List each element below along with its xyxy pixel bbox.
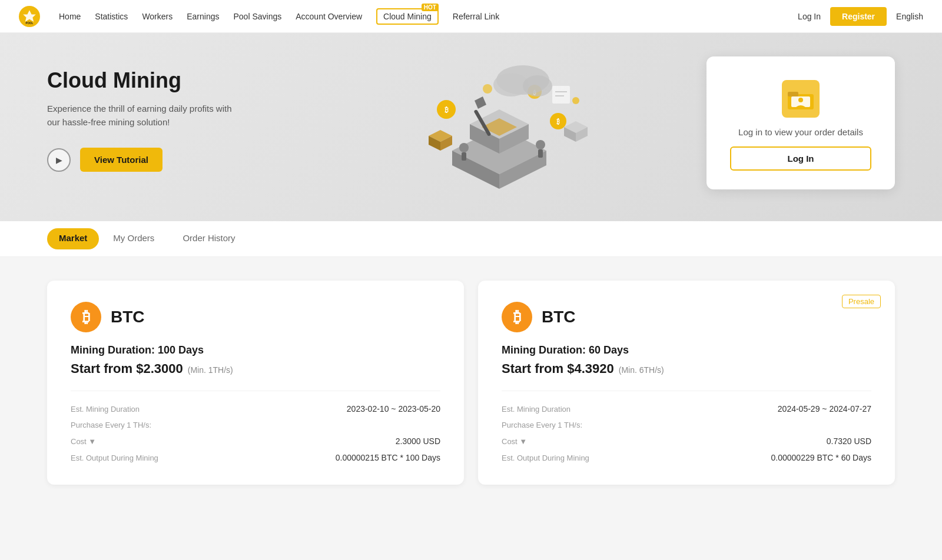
card-2-header: ₿ BTC <box>502 302 871 332</box>
btc-icon-2: ₿ <box>502 302 532 332</box>
svg-rect-22 <box>462 152 466 161</box>
card-2-price-row: Start from $4.3920 (Min. 6TH/s) <box>502 361 871 376</box>
svg-text:₿: ₿ <box>445 106 449 114</box>
detail-value: 0.00000215 BTC * 100 Days <box>336 453 440 462</box>
mining-card-2: Presale ₿ BTC Mining Duration: 60 Days S… <box>478 281 895 485</box>
presale-badge: Presale <box>842 295 881 308</box>
register-button[interactable]: Register <box>830 7 887 26</box>
card-1-header: ₿ BTC <box>71 302 440 332</box>
hero-actions: ▶ View Tutorial <box>47 148 330 172</box>
svg-rect-33 <box>552 86 570 104</box>
detail-label: Purchase Every 1 TH/s: <box>71 421 151 429</box>
navbar: POOL Home Statistics Workers Earnings Po… <box>0 0 942 33</box>
svg-point-20 <box>523 75 552 96</box>
card-1-detail-2: Cost ▼ 2.3000 USD <box>71 433 440 449</box>
detail-label: Est. Mining Duration <box>71 405 140 414</box>
binance-pool-logo: POOL <box>19 6 40 27</box>
card-1-price: Start from $2.3000 <box>71 361 183 376</box>
folder-icon <box>787 87 815 111</box>
hot-badge: HOT <box>422 4 439 11</box>
tabs: Market My Orders Order History <box>47 221 895 256</box>
svg-point-21 <box>459 143 469 152</box>
card-2-detail-2: Cost ▼ 0.7320 USD <box>502 433 871 449</box>
logo[interactable]: POOL <box>19 6 40 27</box>
card-1-duration: Mining Duration: 100 Days <box>71 344 440 356</box>
svg-rect-37 <box>788 92 798 96</box>
detail-label: Est. Mining Duration <box>502 405 570 414</box>
detail-value: 0.7320 USD <box>827 436 871 446</box>
card-1-price-row: Start from $2.3000 (Min. 1TH/s) <box>71 361 440 376</box>
hero-right: Log in to view your order details Log In <box>669 56 895 207</box>
svg-point-32 <box>572 97 579 104</box>
card-login-button[interactable]: Log In <box>730 146 871 171</box>
btc-icon-1: ₿ <box>71 302 101 332</box>
svg-point-31 <box>483 84 492 94</box>
nav-workers[interactable]: Workers <box>142 12 173 21</box>
card-1-detail-3: Est. Output During Mining 0.00000215 BTC… <box>71 449 440 466</box>
card-2-price: Start from $4.3920 <box>502 361 614 376</box>
card-2-detail-1: Purchase Every 1 TH/s: <box>502 417 871 433</box>
cards-section: ₿ BTC Mining Duration: 100 Days Start fr… <box>0 257 942 508</box>
detail-label: Est. Output During Mining <box>71 454 158 462</box>
nav-links: Home Statistics Workers Earnings Pool Sa… <box>59 8 798 25</box>
card-1-details: Est. Mining Duration 2023-02-10 ~ 2023-0… <box>71 391 440 466</box>
order-icon <box>782 80 820 118</box>
tab-order-history[interactable]: Order History <box>168 221 249 256</box>
play-button[interactable]: ▶ <box>47 148 71 172</box>
login-card: Log in to view your order details Log In <box>706 56 895 189</box>
cloud-mining-label: Cloud Mining <box>383 12 432 21</box>
cards-grid: ₿ BTC Mining Duration: 100 Days Start fr… <box>47 281 895 485</box>
svg-marker-11 <box>475 96 486 109</box>
svg-text:POOL: POOL <box>26 21 34 24</box>
mining-illustration: ₿ ₿ ₿ <box>387 56 611 209</box>
svg-point-23 <box>536 140 545 149</box>
nav-earnings[interactable]: Earnings <box>187 12 219 21</box>
card-2-currency: BTC <box>542 308 576 326</box>
hero-title: Cloud Mining <box>47 68 330 93</box>
detail-label-cost[interactable]: Cost ▼ <box>71 437 96 446</box>
hero-illustration-container: ₿ ₿ ₿ <box>330 56 669 209</box>
play-icon: ▶ <box>56 155 62 165</box>
nav-cloud-mining[interactable]: HOT Cloud Mining <box>376 8 439 25</box>
nav-home[interactable]: Home <box>59 12 81 21</box>
detail-value: 0.00000229 BTC * 60 Days <box>771 453 871 462</box>
tab-market[interactable]: Market <box>47 228 99 249</box>
tabs-section: Market My Orders Order History <box>0 221 942 257</box>
mining-card-1: ₿ BTC Mining Duration: 100 Days Start fr… <box>47 281 464 485</box>
card-2-details: Est. Mining Duration 2024-05-29 ~ 2024-0… <box>502 391 871 466</box>
language-selector[interactable]: English <box>896 12 923 21</box>
card-1-currency: BTC <box>111 308 145 326</box>
login-button[interactable]: Log In <box>798 12 821 21</box>
svg-text:₿: ₿ <box>556 118 560 125</box>
detail-label: Purchase Every 1 TH/s: <box>502 421 582 429</box>
tab-my-orders[interactable]: My Orders <box>99 221 168 256</box>
view-tutorial-button[interactable]: View Tutorial <box>80 148 162 172</box>
card-2-detail-3: Est. Output During Mining 0.00000229 BTC… <box>502 449 871 466</box>
detail-label-cost[interactable]: Cost ▼ <box>502 437 527 446</box>
card-2-price-min: (Min. 6TH/s) <box>619 365 664 375</box>
card-2-duration: Mining Duration: 60 Days <box>502 344 871 356</box>
card-1-detail-0: Est. Mining Duration 2023-02-10 ~ 2023-0… <box>71 401 440 417</box>
nav-account-overview[interactable]: Account Overview <box>296 12 362 21</box>
nav-statistics[interactable]: Statistics <box>95 12 128 21</box>
hero-left: Cloud Mining Experience the thrill of ea… <box>47 56 330 172</box>
card-2-detail-0: Est. Mining Duration 2024-05-29 ~ 2024-0… <box>502 401 871 417</box>
hero-subtitle: Experience the thrill of earning daily p… <box>47 102 236 129</box>
card-1-price-min: (Min. 1TH/s) <box>188 365 233 375</box>
nav-referral-link[interactable]: Referral Link <box>453 12 499 21</box>
card-1-detail-1: Purchase Every 1 TH/s: <box>71 417 440 433</box>
svg-point-39 <box>798 98 803 102</box>
detail-value: 2023-02-10 ~ 2023-05-20 <box>347 404 440 414</box>
nav-right: Log In Register English <box>798 7 923 26</box>
detail-value: 2.3000 USD <box>396 436 440 446</box>
detail-value: 2024-05-29 ~ 2024-07-27 <box>778 404 871 414</box>
login-card-text: Log in to view your order details <box>738 127 863 137</box>
svg-rect-24 <box>538 149 543 158</box>
hero-section: Cloud Mining Experience the thrill of ea… <box>0 33 942 221</box>
detail-label: Est. Output During Mining <box>502 454 589 462</box>
nav-pool-savings[interactable]: Pool Savings <box>234 12 282 21</box>
